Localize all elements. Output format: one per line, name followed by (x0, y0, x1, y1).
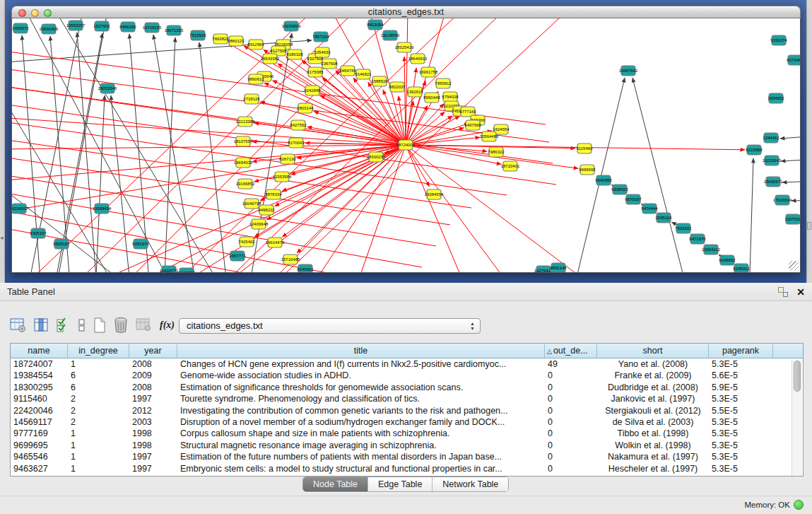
network-node[interactable]: 9191074 (770, 35, 787, 45)
table-vertical-scrollbar[interactable] (792, 359, 802, 476)
function-builder-button[interactable]: f(x) (160, 320, 175, 331)
network-node[interactable]: 7932621 (675, 223, 692, 233)
network-node[interactable]: 8215958 (746, 145, 763, 155)
network-node[interactable]: 7515526 (189, 30, 206, 40)
network-node[interactable]: 2657771 (229, 251, 246, 261)
network-node[interactable]: 20691406 (40, 24, 59, 34)
network-node[interactable]: 17016504 (773, 195, 792, 205)
network-node[interactable]: 1362615 (406, 87, 423, 97)
tab-node-table[interactable]: Node Table (303, 477, 368, 491)
delete-column-button[interactable] (113, 317, 129, 334)
network-node[interactable]: 7857224 (312, 32, 329, 42)
network-node[interactable]: 19384554 (425, 189, 444, 199)
select-columns-button[interactable] (57, 317, 71, 333)
network-node[interactable]: 9505197 (53, 239, 70, 249)
network-graph[interactable]: 18724007 2405572 20691406 10553257 15276… (12, 18, 800, 273)
network-node[interactable]: 12409948 (249, 219, 269, 229)
network-node[interactable]: 9832145 (550, 263, 567, 273)
network-node[interactable]: 16033809 (282, 21, 301, 31)
tab-edge-table[interactable]: Edge Table (368, 477, 433, 491)
network-node[interactable]: 5051973 (132, 239, 149, 249)
network-node[interactable]: 8878334 (265, 189, 282, 199)
network-node[interactable]: 8990448 (423, 93, 440, 103)
network-node[interactable]: 18325419 (395, 42, 414, 52)
network-node[interactable]: 6497568 (464, 120, 481, 130)
network-node[interactable]: 9474444 (641, 204, 658, 214)
network-node[interactable]: 19046798 (242, 199, 261, 209)
column-header-out_de[interactable]: △out_de... (545, 344, 597, 358)
network-node[interactable]: 9498222 (258, 205, 275, 215)
network-node[interactable]: 1054633 (314, 47, 331, 57)
table-row[interactable]: 1456911722003Disruption of a novel membe… (11, 416, 803, 428)
network-node[interactable]: 8454749 (339, 66, 356, 76)
row-options-button[interactable] (78, 317, 86, 333)
network-node[interactable]: 2367608 (321, 59, 338, 69)
network-node[interactable]: 20564486 (480, 132, 499, 141)
network-node[interactable]: 8249501 (297, 264, 314, 273)
network-node[interactable]: 12353584 (273, 172, 292, 182)
network-node[interactable]: 19218596 (381, 30, 400, 40)
network-node[interactable]: 12213389 (236, 117, 255, 127)
network-node[interactable]: 8466160 (119, 22, 136, 32)
close-icon[interactable]: ✕ (796, 283, 805, 301)
network-canvas[interactable]: 18724007 2405572 20691406 10553257 15276… (11, 18, 801, 273)
network-node[interactable]: 7986322 (488, 147, 505, 157)
network-node[interactable]: 9245012 (733, 264, 750, 273)
table-mode-button[interactable] (10, 317, 27, 333)
table-row[interactable]: 1938455462009Genome-wide association stu… (11, 370, 803, 381)
table-row[interactable]: 977716911998Corpus callosum shape and si… (11, 428, 803, 439)
network-view-window[interactable]: citations_edges.txt 18724007 2405572 206… (11, 6, 801, 273)
column-header-pagerank[interactable]: pagerank (709, 344, 773, 358)
network-node[interactable]: 18300295 (367, 152, 386, 162)
network-node[interactable]: 18724007 (396, 140, 416, 150)
network-node[interactable]: 10719155 (143, 23, 162, 33)
tab-network-table[interactable]: Network Table (433, 477, 508, 491)
network-node[interactable]: 10654112 (702, 245, 721, 255)
network-node[interactable]: 9246052 (178, 268, 195, 273)
network-node[interactable]: 9640955 (595, 175, 612, 185)
network-node[interactable]: 1244412 (763, 133, 779, 143)
column-header-in_degree[interactable]: in_degree (68, 344, 129, 358)
undock-icon[interactable] (778, 287, 788, 297)
network-node[interactable]: 1527602 (93, 21, 110, 31)
network-node[interactable]: 9115460 (577, 144, 594, 153)
column-header-title[interactable]: title (177, 344, 545, 358)
network-node[interactable]: 9890612 (247, 74, 264, 84)
network-node[interactable]: 1588520 (371, 76, 388, 86)
network-node[interactable]: 16410771 (160, 266, 179, 273)
create-column-button[interactable] (93, 317, 106, 333)
network-node[interactable]: 15692971 (764, 177, 783, 187)
column-header-name[interactable]: name (11, 344, 68, 358)
network-node[interactable]: 9245652 (719, 255, 736, 265)
table-row[interactable]: 946362711997Embryonic stem cells: a mode… (11, 463, 803, 474)
network-file-select[interactable]: citations_edges.txt ▲▼ (179, 318, 481, 334)
network-node[interactable]: 9146821 (355, 69, 372, 79)
resize-grip-icon[interactable] (789, 261, 799, 271)
network-node[interactable]: 19368454 (93, 204, 112, 214)
network-node[interactable]: 29053346 (98, 83, 117, 93)
network-node[interactable]: 8427552 (290, 120, 307, 130)
show-column-button[interactable] (34, 317, 49, 333)
scrollbar-thumb[interactable] (794, 361, 801, 392)
table-row[interactable]: 946554611997Estimation of the future num… (11, 451, 803, 462)
table-row[interactable]: 1830029562008Estimation of significance … (11, 382, 803, 393)
network-node[interactable]: 6679197 (625, 194, 642, 204)
network-node[interactable]: 16543382 (261, 54, 280, 64)
network-node[interactable]: 9699695 (579, 165, 596, 175)
network-node[interactable]: 19467942 (619, 66, 638, 76)
network-node[interactable]: 8471676 (689, 234, 706, 244)
network-node[interactable]: 5938923 (611, 185, 628, 194)
network-node[interactable]: 1167533 (785, 214, 800, 224)
network-node[interactable]: 8813054 (367, 20, 384, 30)
network-node[interactable]: 8186328 (286, 49, 303, 59)
network-node[interactable]: 15716485 (281, 255, 300, 264)
collapse-left-arrow-icon[interactable]: ◂ (0, 234, 4, 241)
network-node[interactable]: 7955812 (435, 78, 452, 88)
network-node[interactable]: 16210643 (763, 156, 782, 165)
network-node[interactable]: 1834652 (767, 93, 784, 103)
network-node[interactable]: 8273462 (787, 55, 800, 65)
column-header-short[interactable]: short (597, 344, 709, 358)
collapse-right-handle[interactable] (807, 222, 811, 230)
network-node[interactable]: 16671355 (165, 25, 184, 35)
network-node[interactable]: 10553257 (66, 21, 86, 30)
